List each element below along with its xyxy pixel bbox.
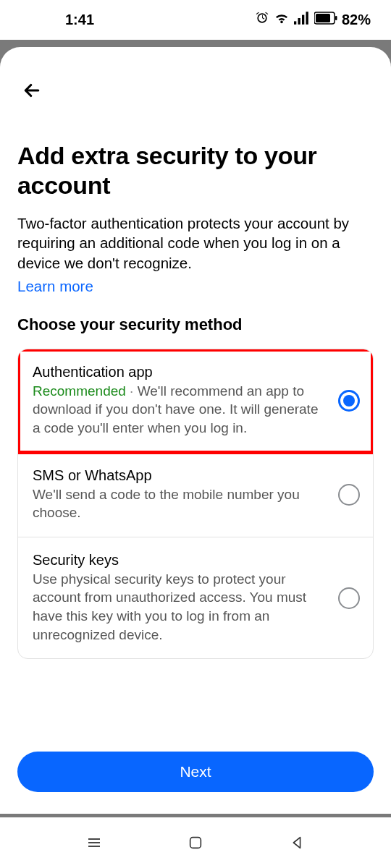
radio-unselected-icon[interactable] bbox=[338, 587, 360, 609]
svg-rect-6 bbox=[335, 16, 337, 20]
main-sheet: Add extra security to your account Two-f… bbox=[0, 47, 391, 814]
separator: · bbox=[126, 383, 138, 399]
recommended-label: Recommended bbox=[33, 383, 126, 399]
radio-selected-icon[interactable] bbox=[338, 390, 360, 412]
wifi-icon bbox=[274, 12, 290, 28]
next-button[interactable]: Next bbox=[17, 752, 374, 792]
option-authentication-app[interactable]: Authentication app Recommended · We'll r… bbox=[18, 349, 373, 453]
svg-rect-10 bbox=[190, 838, 201, 848]
section-heading: Choose your security method bbox=[17, 315, 374, 334]
option-description: Use physical security keys to protect yo… bbox=[33, 570, 328, 644]
nav-recent-icon[interactable] bbox=[84, 833, 104, 853]
option-text: Authentication app Recommended · We'll r… bbox=[33, 364, 328, 438]
nav-back-icon[interactable] bbox=[287, 833, 307, 853]
radio-unselected-icon[interactable] bbox=[338, 484, 360, 506]
option-title: Authentication app bbox=[33, 364, 328, 380]
android-nav-bar bbox=[0, 817, 391, 868]
arrow-left-icon bbox=[21, 80, 43, 101]
svg-rect-1 bbox=[298, 18, 300, 25]
svg-rect-0 bbox=[294, 21, 296, 24]
security-options-list: Authentication app Recommended · We'll r… bbox=[17, 349, 374, 660]
option-description: Recommended · We'll recommend an app to … bbox=[33, 382, 328, 438]
battery-percent: 82% bbox=[342, 12, 371, 28]
option-text: Security keys Use physical security keys… bbox=[33, 552, 328, 644]
page-description: Two-factor authentication protects your … bbox=[17, 213, 374, 273]
content-area: Add extra security to your account Two-f… bbox=[0, 47, 391, 659]
svg-rect-2 bbox=[302, 15, 304, 25]
status-right: 82% bbox=[255, 11, 371, 29]
option-title: SMS or WhatsApp bbox=[33, 467, 328, 484]
page-title: Add extra security to your account bbox=[17, 141, 374, 200]
nav-home-icon[interactable] bbox=[185, 833, 206, 853]
option-title: Security keys bbox=[33, 552, 328, 569]
option-sms-whatsapp[interactable]: SMS or WhatsApp We'll send a code to the… bbox=[18, 453, 373, 537]
signal-icon bbox=[294, 12, 310, 28]
status-bar: 1:41 82% bbox=[0, 0, 391, 40]
battery-icon bbox=[314, 12, 337, 28]
alarm-icon bbox=[255, 11, 269, 29]
option-text: SMS or WhatsApp We'll send a code to the… bbox=[33, 467, 328, 522]
svg-rect-3 bbox=[306, 12, 308, 25]
status-time: 1:41 bbox=[65, 12, 94, 28]
svg-rect-5 bbox=[316, 14, 330, 22]
back-button[interactable] bbox=[17, 76, 46, 105]
option-security-keys[interactable]: Security keys Use physical security keys… bbox=[18, 537, 373, 659]
learn-more-link[interactable]: Learn more bbox=[17, 278, 93, 295]
option-description: We'll send a code to the mobile number y… bbox=[33, 485, 328, 522]
